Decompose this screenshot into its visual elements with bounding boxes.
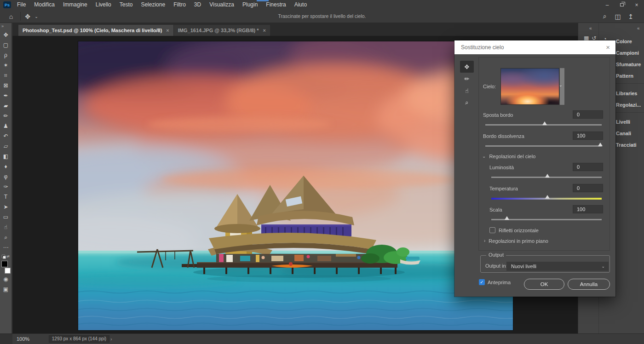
share-icon[interactable]: ↥: [626, 10, 636, 23]
panel-tab-pattern[interactable]: Pattern: [616, 70, 644, 82]
annulla-button[interactable]: Annulla: [568, 279, 610, 290]
menu-file[interactable]: File: [13, 0, 30, 10]
frame-tool-icon[interactable]: ⊠: [1, 80, 11, 91]
gradient-tool-icon[interactable]: ◧: [1, 151, 11, 161]
background-color-swatch[interactable]: [5, 268, 11, 274]
zoom-tool-icon[interactable]: ⌕: [1, 232, 11, 242]
shape-tool-icon[interactable]: ▭: [1, 212, 11, 222]
path-select-tool-icon[interactable]: ➤: [1, 202, 11, 212]
rifletti-orizzontale-checkbox[interactable]: [489, 227, 495, 233]
menu-immagine[interactable]: Immagine: [59, 0, 92, 10]
more-tools-icon[interactable]: ⋯: [1, 242, 11, 252]
panel-tab-tracciati[interactable]: Tracciati: [616, 139, 644, 151]
swap-colors-icon[interactable]: ⇄: [6, 254, 10, 258]
sky-hand-tool-icon[interactable]: ☝: [460, 85, 474, 97]
hand-tool-icon[interactable]: ☝: [1, 222, 11, 232]
object-selection-tool-icon[interactable]: ✶: [1, 60, 11, 70]
menu-filtro[interactable]: Filtro: [169, 0, 190, 10]
menu-aiuto[interactable]: Aiuto: [290, 0, 311, 10]
brush-tool-icon[interactable]: ✏: [1, 111, 11, 121]
output-in-dropdown[interactable]: Nuovi livelli ⌄: [506, 262, 609, 271]
close-button[interactable]: ×: [629, 0, 644, 10]
workspace-icon[interactable]: ◫: [613, 10, 623, 23]
collapse-dock-right-icon[interactable]: «: [637, 26, 640, 31]
panel-tab-regolazioni[interactable]: Regolazi...: [616, 99, 644, 111]
toolbar-expand-icon[interactable]: »: [0, 23, 12, 30]
dodge-tool-icon[interactable]: φ: [1, 172, 11, 182]
blur-tool-icon[interactable]: ♦: [1, 161, 11, 172]
scala-slider[interactable]: [491, 219, 602, 220]
menu-testo[interactable]: Testo: [115, 0, 137, 10]
panel-tab-campioni[interactable]: Campioni: [616, 47, 644, 59]
dialog-title-bar[interactable]: Sostituzione cielo ×: [454, 40, 615, 54]
eraser-tool-icon[interactable]: ▱: [1, 141, 11, 151]
sky-brush-tool-icon[interactable]: ✏: [460, 73, 474, 85]
bordo-dissolvenza-input[interactable]: [573, 132, 603, 140]
type-tool-icon[interactable]: T: [1, 192, 11, 202]
slider-thumb[interactable]: [598, 143, 603, 146]
status-chevron-icon[interactable]: ›: [110, 334, 112, 344]
luminosita-input[interactable]: [573, 163, 603, 171]
scala-input[interactable]: [573, 205, 603, 213]
document-tab-inactive[interactable]: IMG_1614.JPG @ 33,3% (RGB/8) * ×: [174, 25, 270, 36]
menu-visualizza[interactable]: Visualizza: [205, 0, 238, 10]
luminosita-slider[interactable]: [491, 177, 602, 178]
minimize-button[interactable]: –: [600, 0, 615, 10]
panel-tab-sfumature[interactable]: Sfumature: [616, 59, 644, 70]
crop-tool-icon[interactable]: ⌗: [1, 70, 11, 80]
slider-thumb[interactable]: [545, 174, 550, 178]
document-tab-active[interactable]: Photoshop_Test.psd @ 100% (Cielo, Masche…: [18, 25, 173, 36]
healing-brush-tool-icon[interactable]: ▰: [1, 101, 11, 111]
screen-mode-icon[interactable]: ▣: [1, 284, 11, 294]
search-icon[interactable]: ⌕: [600, 10, 610, 23]
restore-button[interactable]: [615, 0, 629, 10]
anteprima-checkbox[interactable]: ✓: [479, 279, 485, 285]
menu-plugin[interactable]: Plugin: [238, 0, 262, 10]
panel-tab-livelli[interactable]: Livelli: [616, 116, 644, 128]
zoom-level[interactable]: 100%: [17, 334, 35, 344]
canvas-image[interactable]: [78, 41, 513, 330]
lasso-tool-icon[interactable]: ρ: [1, 50, 11, 60]
foreground-color-swatch[interactable]: [1, 261, 8, 267]
menu-livello[interactable]: Livello: [92, 0, 115, 10]
slider-thumb[interactable]: [542, 121, 547, 125]
ok-button[interactable]: OK: [524, 279, 564, 290]
eyedropper-tool-icon[interactable]: ✒: [1, 91, 11, 101]
sposta-bordo-input[interactable]: [573, 110, 603, 119]
output-in-label: Output in:: [485, 262, 507, 269]
menu-modifica[interactable]: Modifica: [30, 0, 59, 10]
menu-finestra[interactable]: Finestra: [262, 0, 290, 10]
sky-move-tool-icon[interactable]: ✥: [460, 61, 474, 73]
panel-tab-libraries[interactable]: Libraries: [616, 88, 644, 99]
history-brush-tool-icon[interactable]: ↶: [1, 131, 11, 141]
move-tool-icon[interactable]: ✥: [1, 30, 11, 40]
tab-close-icon[interactable]: ×: [263, 28, 266, 33]
slider-thumb[interactable]: [505, 216, 509, 220]
foreground-adjustments-header[interactable]: › Regolazioni in primo piano: [484, 237, 548, 245]
bordo-dissolvenza-slider[interactable]: [485, 145, 602, 147]
tab-close-icon[interactable]: ×: [166, 28, 169, 33]
temperatura-slider[interactable]: [491, 198, 602, 200]
collapse-dock-left-icon[interactable]: «: [589, 26, 592, 31]
sky-dropdown-chevron-icon[interactable]: ⌄: [559, 83, 563, 87]
sky-adjustments-header[interactable]: ⌄ Regolazioni del cielo: [482, 153, 535, 160]
photoshop-logo-icon[interactable]: Ps: [3, 1, 11, 8]
sky-zoom-tool-icon[interactable]: ⌕: [460, 97, 474, 109]
sky-thumbnail[interactable]: [500, 68, 559, 105]
panel-tab-canali[interactable]: Canali: [616, 128, 644, 139]
sposta-bordo-slider[interactable]: [485, 124, 602, 126]
temperatura-input[interactable]: [573, 184, 603, 192]
quick-mask-icon[interactable]: ◉: [1, 274, 11, 284]
panel-tab-colore[interactable]: Colore: [616, 36, 644, 47]
default-colors-icon[interactable]: [2, 255, 5, 258]
menu-selezione[interactable]: Selezione: [137, 0, 169, 10]
pen-tool-icon[interactable]: ✑: [1, 182, 11, 192]
marquee-tool-icon[interactable]: ▢: [1, 40, 11, 50]
clone-stamp-tool-icon[interactable]: ♟: [1, 121, 11, 131]
dialog-close-icon[interactable]: ×: [606, 40, 610, 54]
sky-replacement-dialog: Sostituzione cielo × ✥✏☝⌕ Cielo: ⌄ Spost…: [454, 40, 615, 297]
section-label: Regolazioni in primo piano: [489, 237, 548, 245]
bordo-dissolvenza-label: Bordo dissolvenza: [483, 132, 524, 140]
slider-thumb[interactable]: [545, 195, 550, 199]
menu-3d[interactable]: 3D: [190, 0, 205, 10]
